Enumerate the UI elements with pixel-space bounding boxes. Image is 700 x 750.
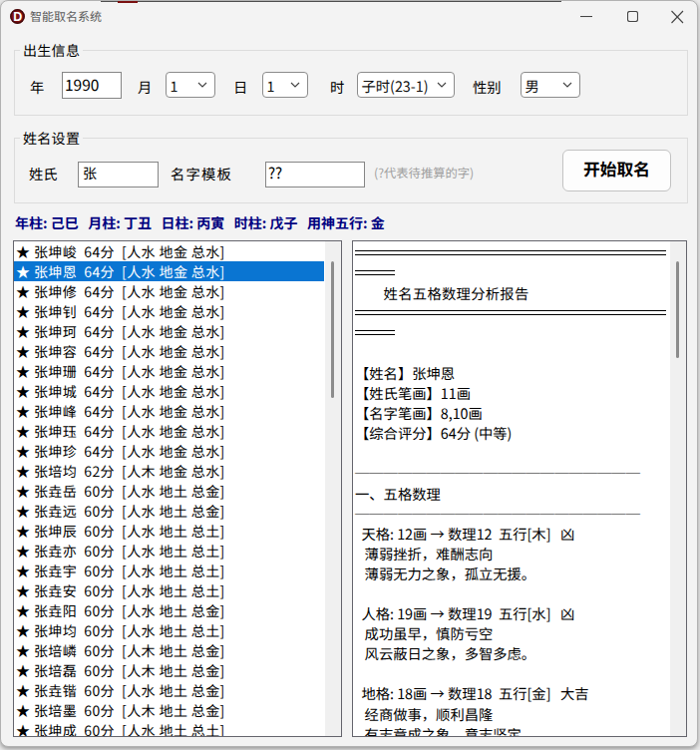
svg-text:D: D (13, 10, 22, 24)
